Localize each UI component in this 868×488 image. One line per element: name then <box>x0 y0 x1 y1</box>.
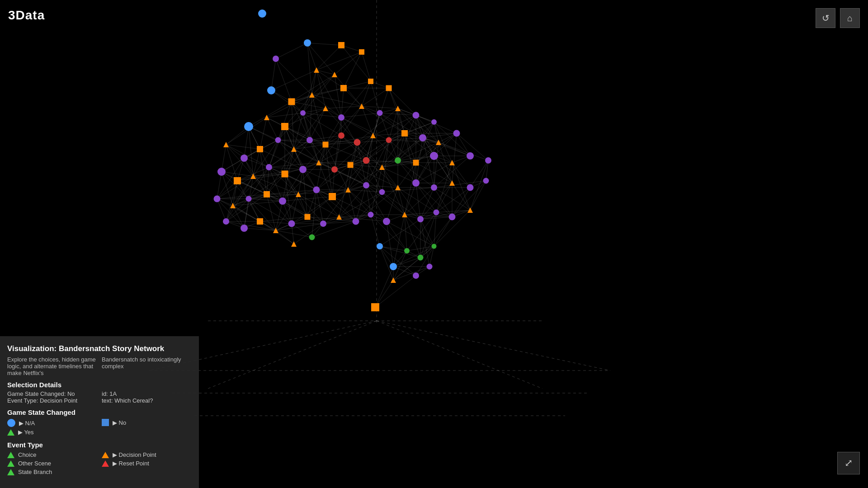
logo-prefix: 3 <box>8 8 16 22</box>
event-type-grid: Choice Other Scene State Branch ▶ Decisi… <box>7 451 192 477</box>
event-type-title: Event Type <box>7 441 192 449</box>
game-state-col1: ▶ N/A ▶ Yes <box>7 419 97 437</box>
legend-no-label: ▶ No <box>113 419 126 426</box>
legend-state-branch-label: State Branch <box>18 469 52 475</box>
triangle-reset-icon <box>102 460 109 467</box>
legend-other-scene-label: Other Scene <box>18 460 51 467</box>
legend-decision-point: ▶ Decision Point <box>102 451 192 458</box>
triangle-decision-icon <box>102 452 109 458</box>
event-col1: Choice Other Scene State Branch <box>7 451 97 477</box>
refresh-icon: ↺ <box>822 13 830 23</box>
triangle-choice-icon <box>7 452 14 458</box>
home-icon: ⌂ <box>847 13 853 23</box>
selection-event-type: Event Type: Decision Point <box>7 397 97 404</box>
selection-id: id: 1A <box>102 390 192 397</box>
legend-other-scene: Other Scene <box>7 460 97 467</box>
home-button[interactable]: ⌂ <box>840 8 860 28</box>
legend-choice: Choice <box>7 451 97 458</box>
legend-na: ▶ N/A <box>7 419 97 427</box>
legend-no: ▶ No <box>102 419 192 426</box>
legend-decision-label: ▶ Decision Point <box>113 451 156 458</box>
triangle-other-scene-icon <box>7 460 14 467</box>
selection-title: Selection Details <box>7 381 192 389</box>
cube-blue-icon <box>102 419 109 426</box>
legend-choice-label: Choice <box>18 451 36 458</box>
event-type-legend: Event Type Choice Other Scene State Bran… <box>7 441 192 477</box>
selection-game-state: Game State Changed: No <box>7 390 97 397</box>
legend-reset-point: ▶ Reset Point <box>102 460 192 467</box>
logo-suffix: Data <box>16 8 45 22</box>
triangle-state-branch-icon <box>7 469 14 475</box>
legend-yes-label: ▶ Yes <box>18 429 34 436</box>
circle-blue-icon <box>7 419 15 427</box>
expand-icon: ⤢ <box>844 457 853 469</box>
selection-col2: id: 1A text: Which Cereal? <box>102 390 192 404</box>
top-right-toolbar: ↺ ⌂ <box>816 8 860 28</box>
info-panel: Visualization: Bandersnatch Story Networ… <box>0 336 199 488</box>
triangle-green-icon <box>7 429 14 436</box>
panel-description: Explore the choices, hidden game logic, … <box>7 356 192 376</box>
event-col2: ▶ Decision Point ▶ Reset Point <box>102 451 192 477</box>
game-state-col2: ▶ No <box>102 419 192 437</box>
game-state-grid: ▶ N/A ▶ Yes ▶ No <box>7 419 192 437</box>
game-state-legend: Game State Changed ▶ N/A ▶ Yes ▶ No <box>7 408 192 437</box>
legend-reset-label: ▶ Reset Point <box>113 460 149 467</box>
panel-title: Visualization: Bandersnatch Story Networ… <box>7 344 192 353</box>
game-state-title: Game State Changed <box>7 408 192 416</box>
legend-state-branch: State Branch <box>7 469 97 475</box>
expand-button[interactable]: ⤢ <box>837 452 860 474</box>
legend-na-label: ▶ N/A <box>19 420 35 427</box>
selection-details: Game State Changed: No Event Type: Decis… <box>7 390 192 404</box>
refresh-button[interactable]: ↺ <box>816 8 835 28</box>
description-col2: Bandersnatch so intoxicatingly complex <box>102 356 192 376</box>
legend-yes: ▶ Yes <box>7 429 97 436</box>
selection-text: text: Which Cereal? <box>102 397 192 404</box>
app-logo: 3Data <box>8 8 45 23</box>
description-col1: Explore the choices, hidden game logic, … <box>7 356 97 376</box>
selection-col1: Game State Changed: No Event Type: Decis… <box>7 390 97 404</box>
